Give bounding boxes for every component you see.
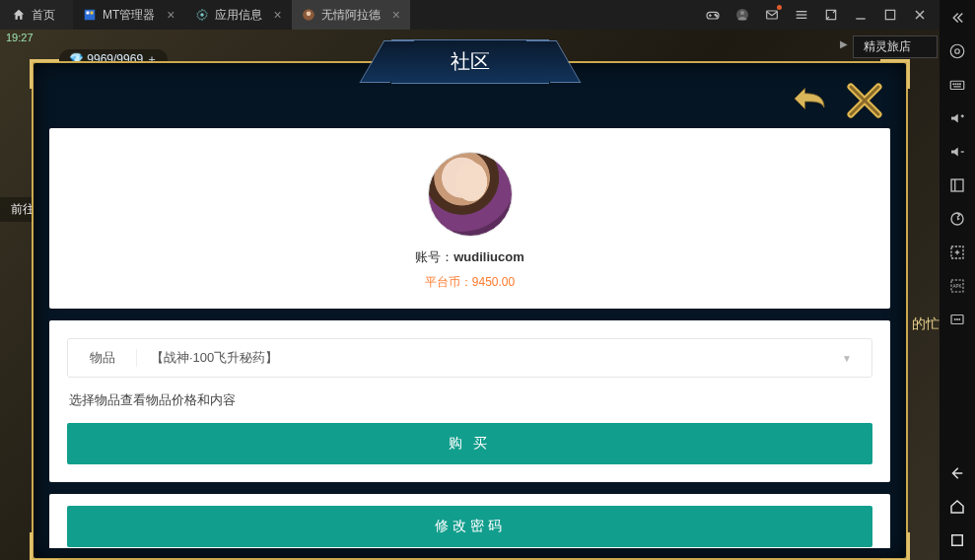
tab-label: 应用信息 [215,7,262,24]
shrink-icon[interactable] [823,7,839,23]
svg-point-26 [953,84,954,85]
svg-rect-19 [885,10,894,19]
apk-icon[interactable]: APK [947,276,967,296]
menu-icon[interactable] [794,7,809,23]
svg-rect-2 [91,12,94,15]
hud-banner[interactable]: 精灵旅店 [853,35,938,58]
tab-label: MT管理器 [103,7,155,24]
password-card: 修改密码 [49,494,890,548]
gamepad-icon[interactable] [705,7,721,23]
dialog-title: 社区 [391,39,549,84]
home-nav-icon[interactable] [947,497,967,517]
game-icon [302,8,315,22]
svg-rect-24 [950,81,964,89]
user-icon[interactable] [734,7,750,23]
coin-value: 9450.00 [472,275,515,289]
svg-point-10 [716,16,717,17]
profile-card: 账号：wudiliucom 平台币：9450.00 [49,128,890,309]
collapse-icon[interactable] [947,8,967,28]
svg-rect-0 [85,10,96,21]
dialog-close-button[interactable] [841,77,888,124]
svg-rect-45 [952,535,963,546]
refresh-button[interactable] [788,79,831,118]
dialog-title-wrap: 社区 [391,39,549,84]
hud-right-label: 的忙 [912,315,940,333]
volume-up-icon[interactable] [947,108,967,128]
svg-point-12 [740,11,744,15]
account-line: 账号：wudiliucom [67,248,872,266]
gear-icon [195,8,209,22]
home-icon [12,8,26,22]
back-icon[interactable] [947,463,967,483]
app-icon [83,8,97,22]
svg-text:APK: APK [952,284,961,289]
more-icon[interactable] [947,310,967,329]
svg-point-29 [960,84,961,85]
svg-point-44 [958,318,960,320]
svg-point-27 [955,84,956,85]
item-selector-value: 【战神·100飞升秘药】 [137,349,842,367]
svg-point-22 [955,49,960,54]
tab-mt-manager[interactable]: MT管理器 × [73,0,185,30]
coin-line: 平台币：9450.00 [67,274,872,291]
fullscreen-icon[interactable] [947,175,967,195]
buy-button[interactable]: 购 买 [67,423,872,464]
window-controls [693,7,940,23]
maximize-icon[interactable] [882,7,898,23]
account-value: wudiliucom [453,249,524,264]
avatar [428,152,513,237]
rotate-icon[interactable] [947,209,967,229]
close-icon[interactable]: × [274,7,282,23]
coin-label: 平台币： [425,275,472,289]
svg-point-5 [306,12,311,17]
svg-rect-34 [951,179,963,191]
tab-home[interactable]: 首页 [0,0,73,30]
close-window-icon[interactable] [912,7,928,23]
svg-point-28 [957,84,958,85]
tab-app-info[interactable]: 应用信息 × [185,0,292,30]
tab-game[interactable]: 无情阿拉德 × [292,0,410,30]
svg-point-23 [950,44,964,58]
minimize-icon[interactable] [853,7,869,23]
close-icon[interactable]: × [392,7,400,23]
notification-icon[interactable] [764,7,780,23]
account-label: 账号： [415,249,453,264]
emulator-titlebar: 首页 MT管理器 × 应用信息 × [0,0,940,30]
hud-time: 19:27 [6,32,34,43]
item-selector-label: 物品 [68,349,137,367]
community-dialog: 社区 账号：wudiliucom 平台币：9450.00 [32,61,908,560]
change-password-button[interactable]: 修改密码 [67,506,872,547]
svg-rect-1 [87,12,90,15]
recent-icon[interactable] [947,530,967,550]
game-viewport: 19:27 💎 9969/9969 ＋ 前往 精灵旅店 的忙 社区 [0,30,940,560]
tab-strip: 首页 MT管理器 × 应用信息 × [0,0,693,30]
emulator-side-rail: APK [940,0,975,560]
purchase-card: 物品 【战神·100飞升秘药】 ▼ 选择物品查看物品价格和内容 购 买 [49,320,890,482]
add-icon[interactable] [947,243,967,262]
chevron-down-icon: ▼ [842,353,871,364]
svg-point-43 [956,318,958,320]
item-selector[interactable]: 物品 【战神·100飞升秘药】 ▼ [67,338,872,378]
volume-down-icon[interactable] [947,142,967,162]
item-hint: 选择物品查看物品价格和内容 [67,378,872,423]
tab-label: 无情阿拉德 [321,7,381,24]
keyboard-icon[interactable] [947,75,967,95]
svg-point-42 [954,318,956,320]
tab-home-label: 首页 [32,7,55,24]
settings-icon[interactable] [947,41,967,61]
dialog-body: 账号：wudiliucom 平台币：9450.00 物品 【战神·100飞升秘药… [49,128,890,548]
close-icon[interactable]: × [167,7,174,23]
svg-point-3 [200,13,204,17]
